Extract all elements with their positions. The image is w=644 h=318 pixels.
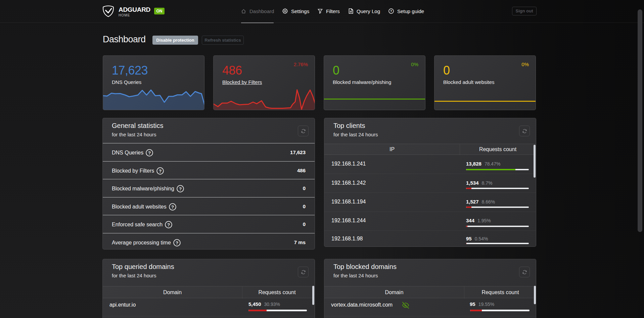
svg-text:?: ? [179, 186, 182, 191]
svg-text:?: ? [171, 204, 174, 209]
svg-text:?: ? [148, 150, 151, 155]
svg-text:?: ? [390, 9, 392, 13]
svg-text:?: ? [176, 240, 178, 245]
svg-text:?: ? [159, 168, 162, 173]
svg-text:?: ? [167, 222, 170, 227]
